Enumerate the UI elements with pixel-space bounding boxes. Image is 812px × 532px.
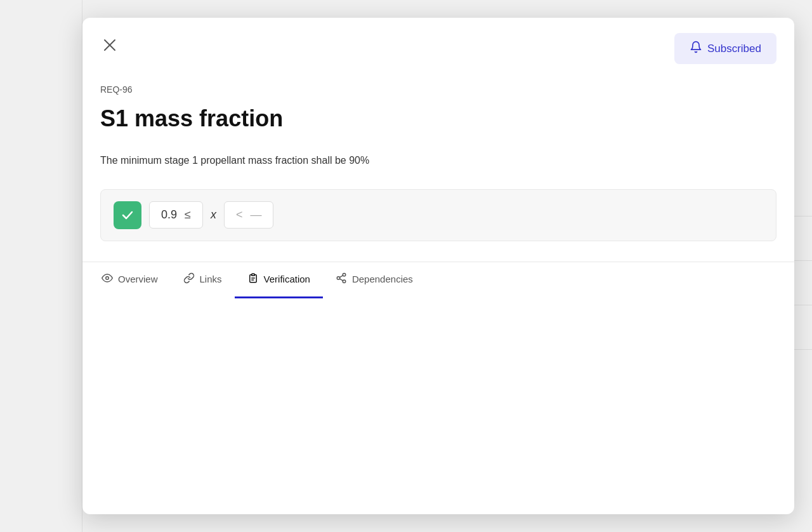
requirement-title: S1 mass fraction <box>100 105 776 132</box>
upper-operator: < <box>236 208 243 222</box>
bell-icon <box>690 41 702 57</box>
check-icon <box>121 208 134 222</box>
modal-body: REQ-96 S1 mass fraction The minimum stag… <box>82 64 794 241</box>
constraint-upper-bound: < — <box>224 201 274 229</box>
constraint-row: 0.9 ≤ x < — <box>100 189 776 241</box>
overview-icon <box>102 272 113 286</box>
svg-line-10 <box>339 276 343 277</box>
constraint-check <box>114 201 141 229</box>
constraint-lower-bound: 0.9 ≤ <box>149 201 203 229</box>
svg-line-9 <box>339 279 343 281</box>
close-icon <box>103 38 117 52</box>
tab-overview-label: Overview <box>118 274 158 284</box>
modal-header: Subscribed <box>82 18 794 64</box>
tab-dependencies-label: Dependencies <box>352 274 413 284</box>
lower-operator: ≤ <box>185 208 191 222</box>
tab-verification[interactable]: Verification <box>235 262 323 298</box>
dependencies-icon <box>336 272 347 286</box>
tab-dependencies[interactable]: Dependencies <box>323 262 426 298</box>
tabs-row: Overview Links <box>82 262 794 298</box>
verification-icon <box>247 272 259 286</box>
tab-verification-label: Verification <box>264 274 310 284</box>
svg-rect-3 <box>251 274 254 276</box>
tab-links-label: Links <box>200 274 222 284</box>
tab-overview[interactable]: Overview <box>89 262 171 298</box>
requirement-description: The minimum stage 1 propellant mass frac… <box>100 152 776 169</box>
subscribed-button[interactable]: Subscribed <box>674 33 776 64</box>
tab-links[interactable]: Links <box>171 262 235 298</box>
screen-background: n 570kg m paylo ayload c ation s <box>0 0 812 532</box>
subscribed-label: Subscribed <box>707 43 761 55</box>
svg-point-2 <box>106 277 109 280</box>
lower-value: 0.9 <box>161 208 177 222</box>
links-icon <box>183 272 195 286</box>
upper-value: — <box>250 208 261 222</box>
close-button[interactable] <box>100 36 119 55</box>
modal: Subscribed REQ-96 S1 mass fraction The m… <box>82 18 794 514</box>
requirement-id: REQ-96 <box>100 84 776 95</box>
constraint-variable: x <box>211 208 216 222</box>
sidebar-background <box>0 0 82 532</box>
